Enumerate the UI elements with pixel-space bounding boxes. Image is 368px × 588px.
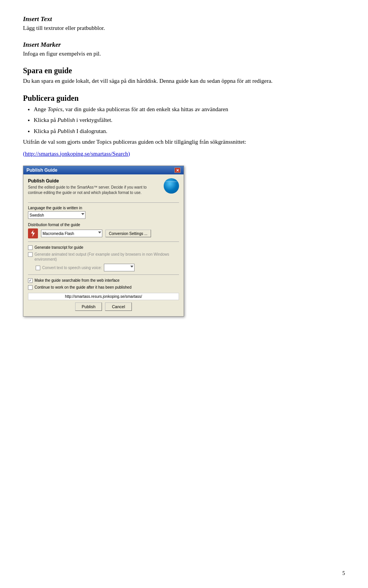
bullet2-italic: Publish [58,117,75,123]
language-select-arrow [81,213,84,215]
dialog-description: Send the edited guide to the SmartAss™ s… [28,185,160,195]
dialog-header-text: Publish Guide Send the edited guide to t… [28,178,160,199]
flash-row: Macromedia Flash Conversion Settings ... [28,228,179,238]
spara-en-guide-body1: Du kan spara en guide lokalt, det vill s… [23,77,345,85]
checkbox-label-3: Convert text to speech using voice: [42,265,102,270]
divider-3 [28,274,179,275]
checkbox-label-2: Generate animated text output (For examp… [34,252,179,262]
insert-marker-heading: Insert Marker [23,41,345,49]
voice-select[interactable] [104,264,135,271]
language-select-wrap: Swedish [28,211,85,219]
checkbox-3[interactable] [36,266,40,270]
spara-en-guide-section: Spara en guide Du kan spara en guide lok… [23,66,345,85]
checkbox-4[interactable] [28,278,33,283]
checkbox-label-4: Make the guide searchable from the web i… [34,278,120,283]
insert-text-section: Insert Text Lägg till textrutor eller pr… [23,15,345,33]
cancel-button[interactable]: Cancel [105,302,132,311]
publicera-bullet-list: Ange Topics, var din guide ska publicera… [34,105,345,136]
publicera-guiden-heading: Publicera guiden [23,94,345,103]
voice-select-arrow [130,266,133,268]
bullet1-prefix: Ange [34,106,48,112]
smartass-link[interactable]: (http://smartass.jonkoping.se/smartass/S… [23,151,130,157]
bullet-item-2: Klicka på Publish i verktygsfältet. [34,116,345,125]
checkbox-row-3: Convert text to speech using voice: [36,264,179,271]
globe-area [164,178,179,194]
checkbox-label-1: Generate transcript for guide [34,245,83,250]
spara-en-guide-heading: Spara en guide [23,66,345,75]
checkbox-5[interactable] [28,285,33,290]
insert-text-heading: Insert Text [23,15,345,23]
dialog-url-bar: http://smartass.resurs.jonkoping.se/smar… [28,293,179,300]
checkbox-2[interactable] [28,252,33,257]
globe-icon [164,178,179,194]
flash-select[interactable]: Macromedia Flash [41,230,102,237]
divider-2 [28,241,179,242]
bullet3-italic: Publish [58,128,75,134]
bullet-item-3: Klicka på Publish I dialogrutan. [34,127,345,136]
dialog-body: Publish Guide Send the edited guide to t… [23,174,184,316]
language-label: Language the guide is written in [28,206,179,210]
publish-guide-dialog: Publish Guide ✕ Publish Guide Send the e… [23,166,184,317]
publish-button[interactable]: Publish [75,302,102,311]
checkbox-row-5: Continue to work on the guide after it h… [28,285,179,290]
bullet-item-1: Ange Topics, var din guide ska publicera… [34,105,345,114]
bullet2-prefix: Klicka på [34,117,58,123]
conversion-settings-button[interactable]: Conversion Settings ... [105,230,151,237]
divider-1 [28,202,179,203]
bullet2-suffix: i verktygsfältet. [75,117,112,123]
bullet3-prefix: Klicka på [34,128,58,134]
checkbox-1[interactable] [28,245,33,250]
insert-marker-section: Insert Marker Infoga en figur exempelvis… [23,41,345,58]
page-number: 5 [342,570,345,577]
insert-marker-body: Infoga en figur exempelvis en pil. [23,49,345,58]
dialog-wrapper: Publish Guide ✕ Publish Guide Send the e… [23,166,345,317]
publicera-link[interactable]: (http://smartass.jonkoping.se/smartass/S… [23,149,345,158]
dialog-close-button[interactable]: ✕ [174,168,181,173]
language-select[interactable]: Swedish [28,211,85,219]
flash-icon [28,228,38,238]
checkbox-label-5: Continue to work on the guide after it h… [34,285,131,290]
dialog-inner-heading: Publish Guide [28,178,160,184]
dialog-button-row: Publish Cancel [28,302,179,312]
publicera-guiden-section: Publicera guiden Ange Topics, var din gu… [23,94,345,158]
checkbox-row-1: Generate transcript for guide [28,245,179,250]
dialog-titlebar: Publish Guide ✕ [23,166,184,174]
dist-format-label: Distribution format of the guide [28,223,179,227]
checkbox-row-4: Make the guide searchable from the web i… [28,278,179,283]
bullet1-suffix: , var din guide ska publiceras för att d… [62,106,228,112]
bullet1-italic: Topics [48,106,62,112]
publicera-extra-body: Utifrån de val som gjorts under Topics p… [23,138,345,146]
voice-select-wrap [104,264,135,271]
dialog-title: Publish Guide [26,168,58,173]
insert-text-body: Lägg till textrutor eller pratbubblor. [23,24,345,33]
checkbox-row-2: Generate animated text output (For examp… [28,252,179,262]
bullet3-suffix: I dialogrutan. [75,128,107,134]
svg-marker-0 [31,230,35,237]
flash-select-arrow [98,232,101,233]
flash-select-wrap: Macromedia Flash [41,230,102,237]
